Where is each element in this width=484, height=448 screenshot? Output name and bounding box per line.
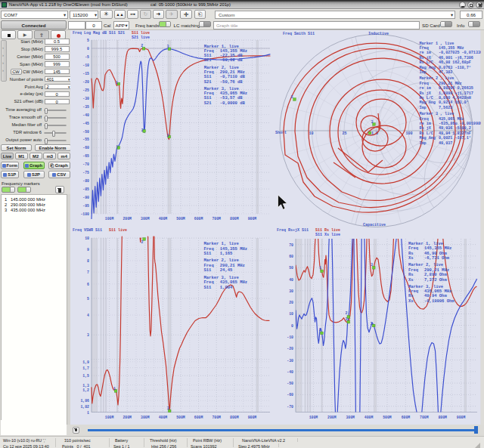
svg-text:700M: 700M <box>420 416 429 419</box>
svg-text:2: 2 <box>346 311 348 316</box>
svg-text:Rs L/C: Rs L/C <box>420 96 433 100</box>
svg-text:1,9: 1,9 <box>82 360 89 364</box>
svg-text:500M: 500M <box>383 416 392 419</box>
svg-text:1: 1 <box>87 411 89 415</box>
svg-text:-70: -70 <box>82 162 89 166</box>
svg-text:S21: S21 <box>204 100 213 106</box>
svg-text:0,0763 -110,7°: 0,0763 -110,7° <box>439 66 471 70</box>
svg-text:900M: 900M <box>457 416 466 419</box>
svg-text:300M: 300M <box>346 416 355 419</box>
svg-text:145,355 MHz: 145,355 MHz <box>439 46 464 51</box>
svg-text:-40: -40 <box>287 370 293 374</box>
svg-text:100M: 100M <box>105 416 114 419</box>
svg-text:500M: 500M <box>176 217 185 221</box>
svg-text:49,94 1,8327nF: 49,94 1,8327nF <box>439 131 471 136</box>
svg-text:2: 2 <box>141 128 144 133</box>
svg-text:20: 20 <box>289 301 293 304</box>
svg-text:40: 40 <box>289 278 293 282</box>
svg-text:-5: -5 <box>85 55 89 59</box>
svg-text:Mag Ang: Mag Ang <box>420 100 436 105</box>
svg-text:50: 50 <box>289 266 293 270</box>
svg-text:500M: 500M <box>176 416 185 419</box>
svg-text:-95: -95 <box>82 204 89 208</box>
svg-text:Freq Smith S11: Freq Smith S11 <box>283 32 315 36</box>
svg-text:49,936 -5199,2: 49,936 -5199,2 <box>439 126 471 131</box>
svg-text:-80: -80 <box>82 179 89 183</box>
svg-text:1,06: 1,06 <box>80 399 89 403</box>
svg-text:-30: -30 <box>82 97 89 100</box>
svg-text:3: 3 <box>87 333 89 337</box>
svg-text:-75: -75 <box>82 171 89 175</box>
svg-text:49,937: 49,937 <box>439 141 452 146</box>
svg-text:Xs: Xs <box>408 255 414 261</box>
svg-text:-35: -35 <box>82 105 89 109</box>
svg-text:60: 60 <box>289 255 293 258</box>
svg-text:Marker 2 , live: Marker 2 , live <box>420 76 455 81</box>
svg-text:Imp: Imp <box>420 70 427 75</box>
svg-text:-30: -30 <box>287 359 293 363</box>
svg-text:Rs L/C: Rs L/C <box>420 60 433 65</box>
svg-text:-100: -100 <box>80 212 89 216</box>
svg-text:700M: 700M <box>212 416 221 419</box>
svg-text:8: 8 <box>87 259 89 263</box>
svg-text:100M: 100M <box>105 217 114 221</box>
svg-text:400M: 400M <box>159 217 168 221</box>
svg-text:-10: -10 <box>287 335 293 339</box>
svg-text:2: 2 <box>291 95 293 100</box>
svg-text:S11: S11 <box>204 285 213 290</box>
svg-text:-25: -25 <box>82 88 89 92</box>
svg-text:200M: 200M <box>123 416 132 419</box>
svg-text:200M: 200M <box>123 217 132 221</box>
svg-text:3: 3 <box>371 120 374 125</box>
svg-text:6: 6 <box>87 283 89 286</box>
svg-text:400M: 400M <box>159 416 168 419</box>
svg-text:600M: 600M <box>194 416 203 419</box>
svg-text:Freq Log Mag dB S11 S21: Freq Log Mag dB S11 S21 <box>73 31 125 36</box>
svg-text:Xs: Xs <box>408 298 414 304</box>
svg-text:1: 1 <box>319 328 321 332</box>
svg-text:-10: -10 <box>82 63 89 67</box>
svg-text:re im: re im <box>420 51 431 55</box>
svg-text:46,901 -j6,7306: 46,901 -j6,7306 <box>439 56 473 60</box>
svg-text:-55: -55 <box>82 137 89 141</box>
svg-text:290,21 MHz: 290,21 MHz <box>439 82 462 86</box>
svg-text:9: 9 <box>87 248 89 252</box>
svg-text:Marker 1 , live: Marker 1 , live <box>420 42 455 46</box>
svg-text:7,5623: 7,5623 <box>439 106 452 110</box>
svg-text:-40: -40 <box>82 113 89 117</box>
svg-text:S11: S11 <box>204 251 213 256</box>
svg-text:1,3: 1,3 <box>82 384 89 388</box>
svg-text:Imp: Imp <box>420 141 427 146</box>
svg-text:-90: -90 <box>82 196 89 199</box>
svg-text:Rs jX: Rs jX <box>420 56 432 60</box>
svg-text:800M: 800M <box>230 416 239 419</box>
svg-text:-635,86u -0,0019986: -635,86u -0,0019986 <box>439 122 481 126</box>
svg-text:-50: -50 <box>82 130 89 134</box>
svg-text:1: 1 <box>113 387 116 391</box>
svg-text:re im: re im <box>420 122 431 126</box>
svg-text:Rs jX: Rs jX <box>420 91 432 96</box>
svg-text:435,065 MHz: 435,065 MHz <box>439 117 464 122</box>
svg-text:-60: -60 <box>82 146 89 150</box>
svg-text:1,0899 +j1,3717: 1,0899 +j1,3717 <box>439 91 473 96</box>
svg-text:S11 live: S11 live <box>109 228 127 233</box>
svg-text:3: 3 <box>167 45 169 49</box>
svg-text:1,7: 1,7 <box>82 366 89 370</box>
svg-text:-85: -85 <box>82 187 89 191</box>
svg-text:Capacitive: Capacitive <box>363 223 386 227</box>
svg-text:5: 5 <box>87 297 89 301</box>
svg-text:re im: re im <box>420 86 431 91</box>
svg-text:Xs: Xs <box>408 277 414 283</box>
svg-text:Mag Ang: Mag Ang <box>420 66 436 70</box>
svg-text:Mag Ang: Mag Ang <box>420 136 436 141</box>
svg-text:47,382: 47,382 <box>439 70 452 75</box>
svg-text:900M: 900M <box>248 217 257 221</box>
svg-text:4: 4 <box>87 314 89 317</box>
svg-text:-0,0000 dB: -0,0000 dB <box>220 100 246 106</box>
svg-text:0,090 4,0428nH: 0,090 4,0428nH <box>439 96 471 100</box>
svg-text:S21: S21 <box>204 79 213 85</box>
svg-text:24,45: 24,45 <box>220 267 233 273</box>
svg-text:1: 1 <box>319 266 321 270</box>
svg-text:700M: 700M <box>212 217 221 221</box>
svg-text:0,0021 -107,1°: 0,0021 -107,1° <box>439 136 471 141</box>
